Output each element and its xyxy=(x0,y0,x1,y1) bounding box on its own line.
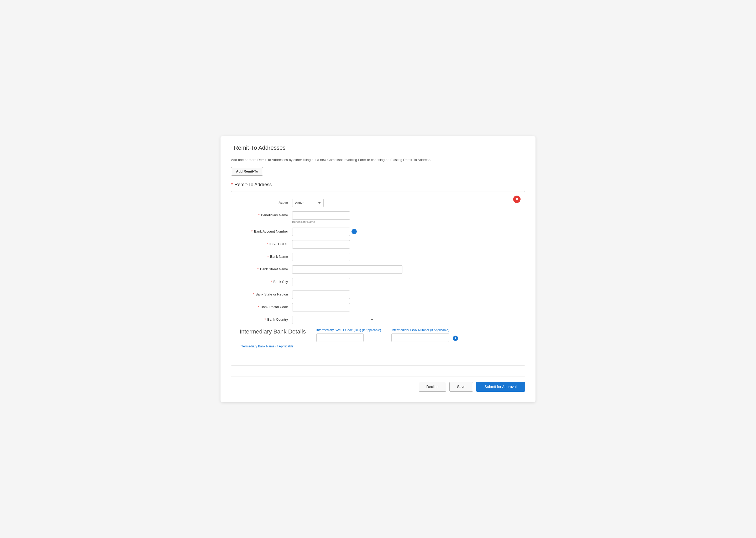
bank-country-select[interactable]: United States India United Kingdom Germa… xyxy=(292,316,376,324)
swift-field-wrapper: Intermediary SWIFT Code (BIC) (If Applic… xyxy=(316,328,381,342)
bank-country-row: * Bank Country United States India Unite… xyxy=(240,316,516,324)
ifsc-input[interactable] xyxy=(292,240,350,248)
active-row: Active Active Inactive xyxy=(240,199,516,207)
bank-postal-input[interactable] xyxy=(292,303,350,311)
ifsc-label: * IFSC CODE xyxy=(240,240,292,246)
active-label: Active xyxy=(240,199,292,204)
form-card: ✕ Active Active Inactive * Beneficiary N… xyxy=(231,191,525,366)
ifsc-row: * IFSC CODE xyxy=(240,240,516,248)
bank-account-row: * Bank Account Number i xyxy=(240,228,516,236)
swift-input[interactable] xyxy=(316,334,363,342)
swift-label: Intermediary SWIFT Code (BIC) (If Applic… xyxy=(316,328,381,332)
page-title: Remit-To Addresses xyxy=(234,144,285,151)
bank-state-row: * Bank State or Region xyxy=(240,291,516,299)
beneficiary-name-label: * Beneficiary Name xyxy=(240,211,292,217)
iban-info-icon[interactable]: i xyxy=(453,336,458,341)
remit-address-label: * Remit-To Address xyxy=(231,182,525,188)
required-star-beneficiary: * xyxy=(258,213,261,217)
iban-input-row: i xyxy=(391,334,458,342)
section-title: · Remit-To Addresses xyxy=(231,144,525,151)
required-star-bank-street: * xyxy=(257,267,260,271)
bank-state-input[interactable] xyxy=(292,291,350,299)
section-description: Add one or more Remit-To Addresses by ei… xyxy=(231,158,525,162)
required-star-bank-city: * xyxy=(271,280,273,284)
bank-state-label: * Bank State or Region xyxy=(240,291,292,296)
bank-name-label: * Bank Name xyxy=(240,253,292,258)
bank-account-field-wrapper: i xyxy=(292,228,357,236)
required-star-bank-state: * xyxy=(253,292,255,296)
intermediary-bank-name-input[interactable] xyxy=(240,350,292,358)
active-select[interactable]: Active Inactive xyxy=(292,199,324,207)
required-star-bank-postal: * xyxy=(258,305,260,309)
intermediary-section: Intermediary Bank Details Intermediary S… xyxy=(240,328,516,358)
bank-street-row: * Bank Street Name xyxy=(240,265,516,274)
iban-field-wrapper: Intermediary IBAN Number (If Applicable)… xyxy=(391,328,458,342)
required-star: * xyxy=(231,182,233,188)
bottom-action-bar: Decline Save Submit for Approval xyxy=(231,376,525,392)
bank-postal-label: * Bank Postal Code xyxy=(240,303,292,309)
decline-button[interactable]: Decline xyxy=(419,382,446,392)
iban-label: Intermediary IBAN Number (If Applicable) xyxy=(391,328,458,332)
bank-account-info-icon[interactable]: i xyxy=(351,229,357,234)
bank-street-input[interactable] xyxy=(292,265,403,274)
bank-street-label: * Bank Street Name xyxy=(240,265,292,271)
bank-postal-row: * Bank Postal Code xyxy=(240,303,516,311)
bank-city-row: * Bank City xyxy=(240,278,516,286)
required-dot: · xyxy=(231,145,232,150)
required-star-ifsc: * xyxy=(267,242,269,246)
bank-name-input[interactable] xyxy=(292,253,350,261)
bank-city-label: * Bank City xyxy=(240,278,292,284)
required-star-bank-name: * xyxy=(267,254,270,258)
intermediary-bank-name-wrapper: Intermediary Bank Name (If Applicable) xyxy=(240,345,516,358)
page-wrapper: · Remit-To Addresses Add one or more Rem… xyxy=(220,136,536,402)
beneficiary-name-hint: Beneficiary Name xyxy=(292,220,350,223)
bank-name-row: * Bank Name xyxy=(240,253,516,261)
required-star-bank-account: * xyxy=(251,229,254,233)
bank-country-label: * Bank Country xyxy=(240,316,292,321)
beneficiary-name-field-wrapper: Beneficiary Name xyxy=(292,211,350,223)
bank-account-label: * Bank Account Number xyxy=(240,228,292,233)
intermediary-bank-name-label: Intermediary Bank Name (If Applicable) xyxy=(240,345,516,348)
submit-for-approval-button[interactable]: Submit for Approval xyxy=(476,382,525,392)
bank-account-input[interactable] xyxy=(292,228,350,236)
save-button[interactable]: Save xyxy=(449,382,473,392)
iban-input[interactable] xyxy=(391,334,449,342)
required-star-bank-country: * xyxy=(265,317,267,321)
bank-city-input[interactable] xyxy=(292,278,350,286)
beneficiary-name-input[interactable] xyxy=(292,211,350,220)
intermediary-section-title: Intermediary Bank Details xyxy=(240,328,306,335)
add-remit-button[interactable]: Add Remit-To xyxy=(231,167,263,176)
beneficiary-name-row: * Beneficiary Name Beneficiary Name xyxy=(240,211,516,223)
close-button[interactable]: ✕ xyxy=(513,195,521,203)
